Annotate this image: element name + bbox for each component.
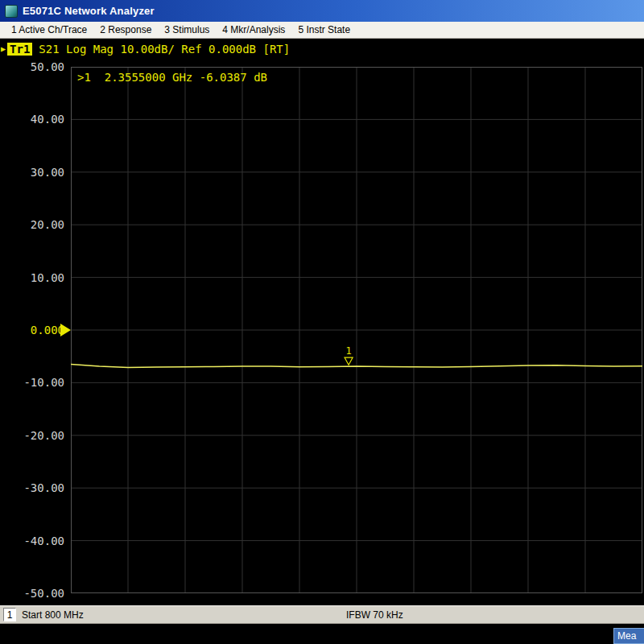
- title-bar: E5071C Network Analyzer: [0, 0, 644, 22]
- y-tick-label: -30.00: [23, 481, 64, 495]
- trace-plot[interactable]: 1: [71, 67, 642, 593]
- trace-status-bar: ▶ Tr1 S21 Log Mag 10.00dB/ Ref 0.000dB […: [0, 39, 644, 59]
- bottom-strip: Mea: [0, 624, 644, 644]
- e5071c-screen: E5071C Network Analyzer 1 Active Ch/Trac…: [0, 0, 644, 644]
- meas-softkey-button[interactable]: Mea: [613, 628, 644, 644]
- app-icon: [5, 5, 18, 18]
- menu-item-active-ch-trace[interactable]: 1 Active Ch/Trace: [6, 23, 92, 37]
- menu-item-instr-state[interactable]: 5 Instr State: [293, 23, 355, 37]
- svg-text:1: 1: [345, 345, 351, 357]
- trace-settings-label: S21 Log Mag 10.00dB/ Ref 0.000dB [RT]: [39, 43, 290, 56]
- reference-level-arrow-icon: [60, 324, 71, 336]
- y-tick-label: -50.00: [23, 586, 64, 601]
- channel-indicator: 1: [3, 608, 16, 621]
- graph-area: 50.0040.0030.0020.0010.000.000-10.00-20.…: [0, 59, 644, 605]
- menu-item-stimulus[interactable]: 3 Stimulus: [159, 23, 214, 37]
- window-title: E5071C Network Analyzer: [23, 5, 155, 17]
- y-tick-label: 30.00: [31, 165, 64, 180]
- status-bar: 1 Start 800 MHz IFBW 70 kHz: [0, 605, 644, 624]
- y-tick-label: 40.00: [31, 112, 64, 126]
- y-tick-label: -10.00: [23, 375, 64, 390]
- menu-item-response[interactable]: 2 Response: [95, 23, 156, 37]
- trace-name-badge[interactable]: Tr1: [7, 43, 32, 56]
- y-tick-label: 50.00: [31, 60, 64, 74]
- ifbw-label: IFBW 70 kHz: [346, 609, 403, 621]
- active-trace-pointer-icon: ▶: [1, 44, 6, 53]
- y-tick-label: 20.00: [31, 217, 64, 232]
- marker-readout: >1 2.3555000 GHz -6.0387 dB: [77, 71, 267, 84]
- menu-item-mkr-analysis[interactable]: 4 Mkr/Analysis: [217, 23, 290, 37]
- y-tick-label: 0.000: [31, 323, 64, 337]
- start-frequency-label: Start 800 MHz: [22, 609, 84, 621]
- menu-bar: 1 Active Ch/Trace 2 Response 3 Stimulus …: [0, 22, 644, 39]
- y-tick-label: -20.00: [23, 428, 64, 443]
- y-tick-label: -40.00: [23, 534, 64, 548]
- y-axis-labels: 50.0040.0030.0020.0010.000.000-10.00-20.…: [0, 59, 68, 605]
- y-tick-label: 10.00: [31, 270, 64, 285]
